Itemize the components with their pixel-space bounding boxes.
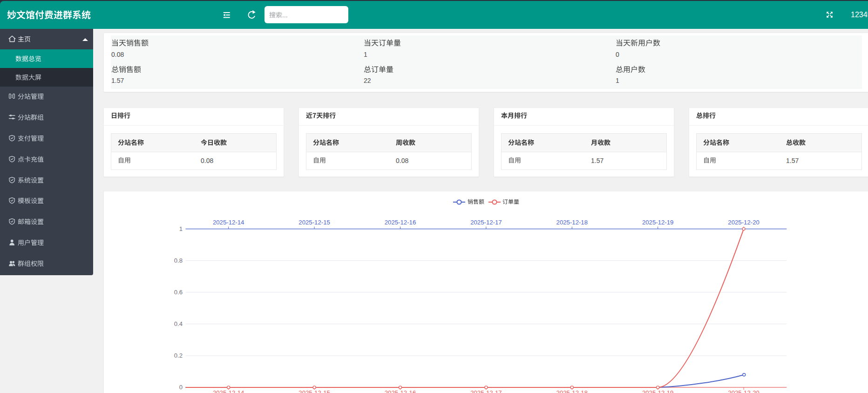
svg-text:2025-12-16: 2025-12-16: [385, 389, 416, 393]
svg-text:0.4: 0.4: [174, 320, 183, 327]
svg-text:1: 1: [179, 225, 183, 232]
svg-text:2025-12-18: 2025-12-18: [556, 219, 588, 226]
svg-text:2025-12-17: 2025-12-17: [470, 219, 502, 226]
svg-text:2025-12-19: 2025-12-19: [642, 219, 673, 226]
svg-text:2025-12-19: 2025-12-19: [642, 389, 673, 393]
svg-text:2025-12-18: 2025-12-18: [556, 389, 588, 393]
svg-text:0: 0: [179, 384, 183, 391]
svg-text:0.6: 0.6: [174, 289, 183, 296]
svg-text:2025-12-15: 2025-12-15: [298, 219, 330, 226]
svg-text:2025-12-20: 2025-12-20: [728, 389, 759, 393]
svg-text:2025-12-15: 2025-12-15: [298, 389, 330, 393]
svg-text:0.8: 0.8: [174, 257, 183, 264]
svg-text:0.2: 0.2: [174, 352, 183, 359]
svg-text:2025-12-14: 2025-12-14: [213, 219, 244, 226]
svg-text:2025-12-20: 2025-12-20: [728, 219, 759, 226]
svg-text:2025-12-16: 2025-12-16: [385, 219, 416, 226]
svg-text:2025-12-17: 2025-12-17: [470, 389, 502, 393]
svg-text:2025-12-14: 2025-12-14: [213, 389, 244, 393]
